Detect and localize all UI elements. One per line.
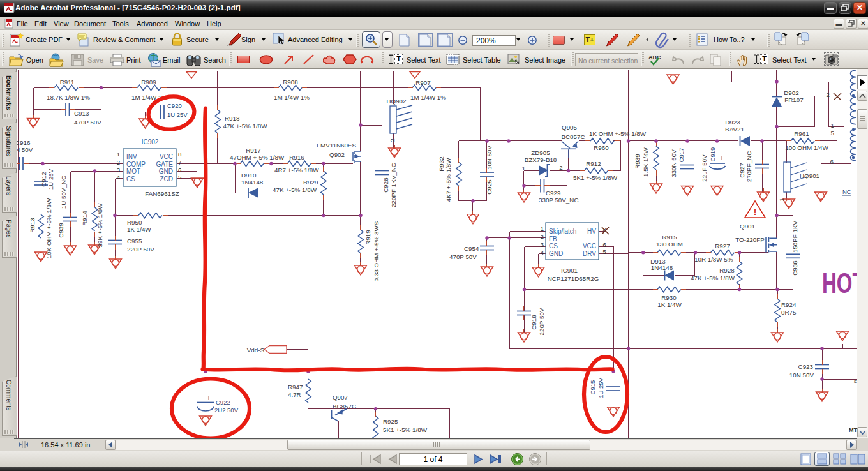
svg-text:BC857C: BC857C [561, 133, 585, 140]
svg-text:HQ901: HQ901 [800, 172, 819, 179]
svg-text:Q902: Q902 [329, 151, 345, 158]
svg-text:R928: R928 [719, 267, 735, 274]
svg-text:1K 1/4W: 1K 1/4W [657, 301, 682, 308]
svg-text:1U 50V_NC: 1U 50V_NC [60, 176, 67, 209]
svg-text:R917: R917 [246, 147, 260, 154]
svg-text:10R 1/8W 5%: 10R 1/8W 5% [694, 256, 733, 263]
svg-text:FMV11N60ES: FMV11N60ES [317, 142, 356, 149]
svg-text:100 OHM 1/4W: 100 OHM 1/4W [785, 144, 828, 151]
svg-text:330N 50V: 330N 50V [670, 149, 677, 177]
svg-text:1: 1 [522, 165, 525, 172]
svg-text:1: 1 [541, 225, 544, 232]
svg-text:R930: R930 [661, 294, 677, 301]
svg-text:220P 50V: 220P 50V [127, 246, 154, 253]
svg-text:C955: C955 [127, 237, 142, 244]
svg-text:R909: R909 [141, 78, 156, 86]
svg-text:3: 3 [117, 167, 120, 174]
svg-text:C923: C923 [798, 363, 814, 370]
svg-text:1K 1/4W: 1K 1/4W [127, 226, 151, 233]
svg-text:C916: C916 [17, 139, 31, 146]
svg-text:VCC: VCC [583, 243, 596, 250]
svg-text:1: 1 [778, 198, 785, 201]
svg-text:0.33 OHM +-5% 3WS: 0.33 OHM +-5% 3WS [373, 221, 380, 281]
svg-text:HQ902: HQ902 [386, 98, 406, 105]
svg-text:Skip/latch: Skip/latch [549, 228, 576, 235]
svg-text:D910: D910 [241, 172, 257, 179]
svg-text:220PF 1KV_NC: 220PF 1KV_NC [390, 163, 397, 207]
svg-text:R939: R939 [634, 154, 641, 168]
svg-text:1K OHM +-5% 1/8W: 1K OHM +-5% 1/8W [589, 130, 647, 137]
svg-text:C954: C954 [464, 245, 479, 252]
svg-text:TO-220FP: TO-220FP [735, 236, 765, 243]
svg-text:R929: R929 [303, 179, 318, 186]
svg-text:47OHM +-5% 1/8W: 47OHM +-5% 1/8W [230, 154, 285, 161]
svg-text:CS: CS [126, 176, 135, 183]
svg-text:D923: D923 [725, 119, 740, 126]
svg-text:4K7 +-5% 1/8W: 4K7 +-5% 1/8W [445, 158, 452, 202]
svg-text:MT: MT [849, 427, 857, 433]
svg-text:22uF 50V: 22uF 50V [701, 154, 708, 182]
svg-text:3: 3 [541, 241, 544, 248]
svg-text:2: 2 [559, 164, 562, 171]
svg-text:IC902: IC902 [142, 138, 159, 146]
svg-text:C929: C929 [546, 190, 560, 197]
svg-text:FR107: FR107 [784, 96, 803, 103]
svg-text:VCC: VCC [160, 153, 173, 160]
svg-text:47K +-5% 1/8W: 47K +-5% 1/8W [223, 123, 268, 130]
svg-text:COMP: COMP [126, 161, 146, 168]
svg-text:Q907: Q907 [333, 394, 348, 401]
svg-text:5K1 +-5% 1/8W: 5K1 +-5% 1/8W [573, 174, 618, 181]
svg-text:18.7K 1/8W 1%: 18.7K 1/8W 1% [47, 94, 90, 101]
svg-text:150PF 1KV: 150PF 1KV [791, 220, 798, 253]
svg-text:C918: C918 [530, 315, 537, 330]
svg-text:FAN6961SZ: FAN6961SZ [145, 190, 179, 197]
svg-text:C917: C917 [678, 148, 685, 163]
svg-text:ABC: ABC [648, 54, 661, 61]
svg-text:BC857C: BC857C [333, 403, 356, 410]
svg-text:R919: R919 [364, 230, 371, 244]
svg-text:47K +-5% 1/8W: 47K +-5% 1/8W [691, 274, 735, 281]
svg-text:NC: NC [842, 188, 851, 195]
svg-text:R925: R925 [383, 418, 398, 425]
svg-text:Q901: Q901 [740, 223, 755, 230]
svg-text:R918: R918 [225, 115, 240, 122]
svg-text:39K +-5% 1/8W: 39K +-5% 1/8W [96, 203, 103, 248]
svg-text:IC901: IC901 [561, 267, 578, 274]
svg-text:R960: R960 [594, 144, 609, 151]
svg-text:CS: CS [549, 243, 558, 250]
svg-text:R927: R927 [715, 243, 730, 250]
svg-text:R914: R914 [81, 211, 88, 226]
svg-text:0R75: 0R75 [781, 309, 797, 316]
svg-text:GND: GND [159, 168, 173, 175]
svg-text:R915: R915 [662, 234, 677, 241]
svg-text:R908: R908 [283, 78, 298, 86]
svg-text:C939: C939 [57, 223, 64, 237]
svg-text:R912: R912 [586, 160, 601, 167]
svg-text:FB: FB [549, 236, 557, 243]
svg-text:2U2 50V: 2U2 50V [214, 407, 239, 414]
svg-text:C920: C920 [167, 102, 182, 109]
svg-text:1N4148: 1N4148 [241, 179, 264, 186]
svg-text:470P 50V: 470P 50V [449, 253, 477, 260]
svg-text:BAV21: BAV21 [725, 126, 744, 133]
svg-text:C928: C928 [382, 177, 389, 193]
svg-text:2: 2 [117, 159, 120, 166]
svg-text:C912: C912 [40, 172, 47, 186]
svg-text:C919: C919 [709, 147, 716, 162]
svg-text:R916: R916 [289, 154, 304, 161]
svg-text:220P 50V: 220P 50V [538, 308, 545, 335]
svg-text:7: 7 [178, 159, 181, 166]
svg-text:4R7 +-5% 1/8W: 4R7 +-5% 1/8W [274, 167, 319, 174]
svg-text:1.5K 1/4W: 1.5K 1/4W [642, 147, 649, 176]
svg-text:8: 8 [178, 151, 181, 158]
svg-text:2: 2 [389, 138, 396, 142]
svg-text:Vdd-S: Vdd-S [247, 347, 265, 354]
svg-text:1N4148: 1N4148 [651, 264, 673, 271]
svg-text:INV: INV [126, 153, 137, 160]
svg-text:1: 1 [117, 151, 120, 158]
svg-text:R950: R950 [127, 219, 142, 226]
svg-text:470P 50V: 470P 50V [74, 119, 101, 126]
svg-text:4: 4 [541, 249, 544, 256]
svg-text:1U 25V: 1U 25V [167, 111, 188, 118]
svg-text:2: 2 [827, 91, 830, 98]
